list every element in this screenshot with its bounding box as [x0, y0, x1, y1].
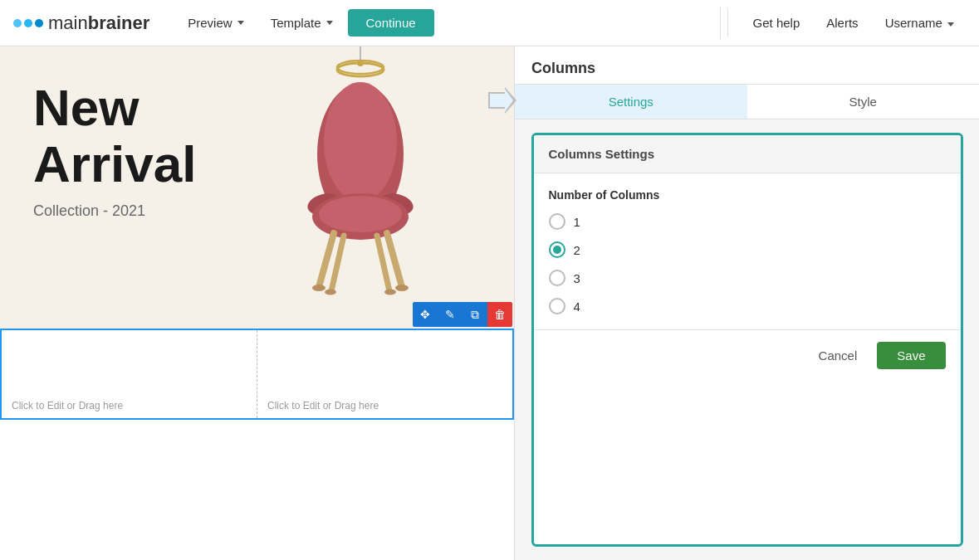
radio-outer-4 [549, 298, 565, 314]
alerts-button[interactable]: Alerts [815, 9, 869, 37]
radio-option-2[interactable]: 2 [549, 241, 946, 258]
columns-section[interactable]: ✥ ✎ ⧉ 🗑 Click to Edit or Drag here Click… [0, 329, 514, 420]
radio-option-3[interactable]: 3 [549, 270, 946, 286]
radio-inner-2 [553, 246, 561, 254]
logo-dot-2 [24, 19, 32, 27]
template-button[interactable]: Template [259, 9, 345, 37]
header: mainbrainer Preview Template Continue Ge… [0, 0, 979, 46]
move-icon: ✥ [420, 308, 430, 321]
main-area: New Arrival Collection - 2021 [0, 46, 979, 560]
panel-header: Columns [515, 46, 979, 85]
preview-button[interactable]: Preview [176, 9, 255, 37]
number-of-columns-label: Number of Columns [549, 188, 946, 202]
svg-point-14 [312, 285, 326, 291]
delete-icon: 🗑 [494, 308, 506, 321]
logo-dots [13, 19, 43, 27]
username-button[interactable]: Username [874, 9, 966, 37]
column-toolbar: ✥ ✎ ⧉ 🗑 [413, 302, 512, 327]
template-chevron-icon [326, 21, 333, 25]
tab-arrow [488, 87, 516, 117]
radio-outer-2 [549, 241, 565, 258]
radio-label-2: 2 [574, 243, 580, 257]
tab-settings[interactable]: Settings [515, 85, 747, 119]
move-button[interactable]: ✥ [413, 302, 438, 327]
svg-point-5 [324, 82, 397, 202]
right-panel: Columns Settings Style Columns Settings … [514, 46, 979, 560]
continue-button[interactable]: Continue [348, 9, 434, 37]
radio-label-4: 4 [574, 299, 580, 314]
panel-tabs: Settings Style [515, 85, 979, 119]
logo: mainbrainer [13, 12, 149, 34]
column-1[interactable]: Click to Edit or Drag here [2, 330, 257, 418]
username-chevron-icon [947, 22, 954, 27]
cancel-button[interactable]: Cancel [809, 342, 868, 369]
radio-group: 1 2 3 [549, 213, 946, 314]
dialog-footer: Cancel Save [534, 329, 961, 381]
hero-text: New Arrival Collection - 2021 [33, 80, 196, 220]
radio-label-1: 1 [574, 215, 580, 229]
hero-title: New Arrival [33, 80, 196, 192]
panel-content: Columns Settings Number of Columns 1 2 [515, 119, 979, 560]
logo-text: mainbrainer [48, 12, 149, 34]
preview-chevron-icon [237, 21, 244, 25]
logo-dot-3 [35, 19, 43, 27]
column-2[interactable]: Click to Edit or Drag here [257, 330, 512, 418]
settings-dialog: Columns Settings Number of Columns 1 2 [531, 133, 963, 547]
canvas: New Arrival Collection - 2021 [0, 46, 514, 560]
svg-point-15 [395, 285, 409, 291]
logo-dot-1 [13, 19, 22, 27]
dialog-body: Number of Columns 1 2 [534, 173, 961, 329]
radio-option-4[interactable]: 4 [549, 298, 946, 314]
radio-label-3: 3 [574, 271, 580, 285]
svg-point-9 [319, 196, 402, 232]
dialog-header: Columns Settings [534, 135, 961, 173]
column-1-placeholder: Click to Edit or Drag here [12, 400, 123, 411]
radio-option-1[interactable]: 1 [549, 213, 946, 230]
hero-subtitle: Collection - 2021 [33, 202, 196, 220]
svg-point-17 [384, 290, 396, 295]
copy-icon: ⧉ [471, 308, 479, 322]
copy-button[interactable]: ⧉ [463, 302, 487, 327]
hero-section: New Arrival Collection - 2021 [0, 46, 514, 329]
chair-image [257, 46, 464, 320]
get-help-button[interactable]: Get help [742, 9, 812, 37]
header-divider [720, 7, 721, 40]
header-right: Get help Alerts Username [727, 9, 966, 37]
radio-outer-1 [549, 213, 565, 230]
tab-style[interactable]: Style [747, 85, 980, 119]
column-2-placeholder: Click to Edit or Drag here [267, 400, 379, 411]
svg-point-3 [357, 60, 364, 66]
nav-group: Preview Template Continue [176, 9, 712, 37]
save-button[interactable]: Save [877, 342, 945, 369]
edit-icon: ✎ [445, 308, 455, 321]
edit-button[interactable]: ✎ [438, 302, 463, 327]
svg-point-16 [325, 290, 336, 295]
radio-outer-3 [549, 270, 565, 286]
delete-button[interactable]: 🗑 [487, 302, 512, 327]
